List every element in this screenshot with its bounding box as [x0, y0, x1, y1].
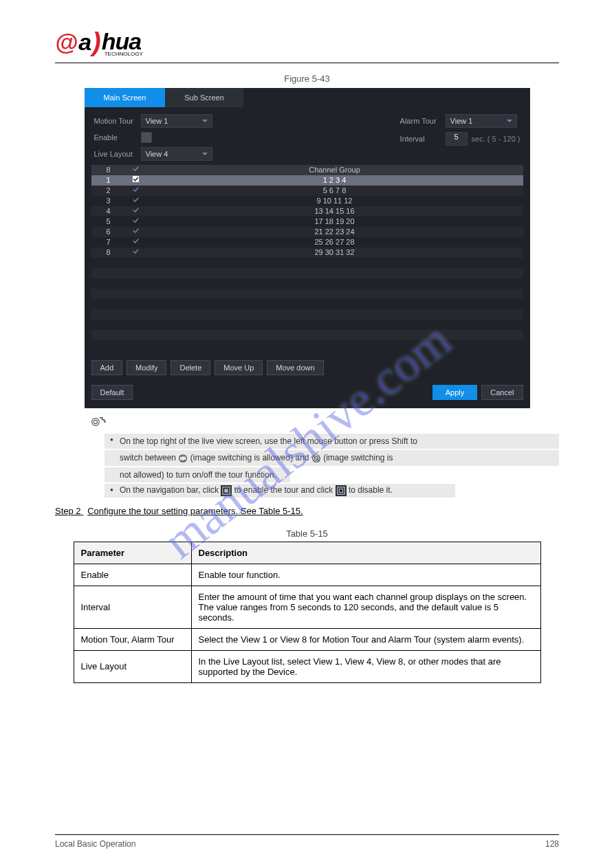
cancel-button[interactable]: Cancel — [481, 385, 523, 400]
motion-tour-label: Motion Tour — [94, 117, 137, 125]
brand-logo: @ a ) hua TECHNOLOGY — [55, 27, 559, 57]
row-checkbox[interactable] — [126, 237, 146, 247]
table-row[interactable]: 11 2 3 4 — [91, 175, 523, 186]
table-row[interactable]: 829 30 31 32 — [91, 247, 523, 258]
table-row[interactable]: 517 18 19 20 — [91, 216, 523, 227]
param-row: IntervalEnter the amount of time that yo… — [74, 586, 540, 628]
footer-section-name: Local Basic Operation — [55, 839, 135, 849]
row-checkbox[interactable] — [126, 175, 146, 186]
app-screenshot: Main Screen Sub Screen Motion Tour View … — [85, 88, 530, 408]
interval-label: Interval — [400, 135, 441, 143]
row-checkbox[interactable] — [126, 206, 146, 216]
parameter-table: Parameter Description EnableEnable tour … — [74, 542, 541, 683]
svg-rect-9 — [339, 489, 342, 492]
tab-main-screen[interactable]: Main Screen — [85, 88, 166, 107]
alarm-tour-select[interactable]: View 1 — [446, 114, 517, 128]
default-button[interactable]: Default — [91, 385, 133, 400]
enable-label: Enable — [94, 133, 137, 142]
switch-notallowed-icon — [311, 454, 321, 463]
interval-input[interactable]: 5 — [446, 132, 468, 146]
table-row[interactable]: 725 26 27 28 — [91, 237, 523, 247]
page-footer: Local Basic Operation 128 — [55, 834, 559, 849]
page-header: @ a ) hua TECHNOLOGY — [55, 27, 559, 63]
add-button[interactable]: Add — [91, 360, 123, 375]
action-button-row: Add Modify Delete Move Up Move down — [85, 356, 530, 379]
note-list: On the top right of the live view screen… — [105, 434, 559, 498]
enable-checkbox[interactable] — [141, 132, 152, 143]
table-row[interactable]: 39 10 11 12 — [91, 196, 523, 206]
table-row[interactable]: 413 14 15 16 — [91, 206, 523, 216]
apply-button[interactable]: Apply — [432, 385, 478, 400]
footer-page-number: 128 — [545, 839, 559, 849]
note-item: On the navigation bar, click to enable t… — [105, 484, 455, 498]
note-item: switch between (image switching is allow… — [105, 450, 559, 466]
table-header-group: Channel Group — [146, 165, 523, 175]
row-checkbox[interactable] — [126, 186, 146, 196]
param-row: Motion Tour, Alarm TourSelect the View 1… — [74, 628, 540, 650]
table-caption: Table 5-15 — [55, 528, 559, 539]
delete-button[interactable]: Delete — [171, 360, 210, 375]
svg-point-2 — [94, 420, 97, 423]
switch-allowed-icon — [178, 454, 188, 463]
moveup-button[interactable]: Move Up — [215, 360, 263, 375]
row-checkbox[interactable] — [126, 247, 146, 258]
tour-disable-icon — [336, 485, 347, 496]
live-layout-select[interactable]: View 4 — [141, 147, 212, 161]
alarm-tour-label: Alarm Tour — [400, 117, 441, 125]
motion-tour-select[interactable]: View 1 — [141, 114, 212, 128]
live-layout-label: Live Layout — [94, 150, 137, 158]
table-row[interactable]: 621 22 23 24 — [91, 227, 523, 237]
table-row[interactable]: 25 6 7 8 — [91, 186, 523, 196]
tab-row: Main Screen Sub Screen — [85, 88, 530, 107]
note-item: not allowed) to turn on/off the tour fun… — [105, 467, 290, 482]
param-row: Live LayoutIn the Live Layout list, sele… — [74, 650, 540, 682]
svg-rect-7 — [225, 489, 228, 492]
figure-caption: Figure 5-43 — [55, 74, 559, 84]
modify-button[interactable]: Modify — [127, 360, 166, 375]
channel-group-table: 8 Channel Group 11 2 3 425 6 7 839 10 11… — [85, 165, 530, 356]
param-header: Parameter — [74, 542, 191, 564]
row-checkbox[interactable] — [126, 196, 146, 206]
table-header-check[interactable] — [126, 165, 146, 175]
row-checkbox[interactable] — [126, 216, 146, 227]
tab-sub-screen[interactable]: Sub Screen — [165, 88, 243, 107]
svg-rect-8 — [337, 487, 344, 494]
svg-point-1 — [92, 418, 100, 425]
note-item: On the top right of the live view screen… — [105, 434, 559, 449]
interval-hint: sec. ( 5 - 120 ) — [472, 135, 520, 143]
param-row: EnableEnable tour function. — [74, 564, 540, 586]
movedown-button[interactable]: Move down — [267, 360, 323, 375]
note-icon — [91, 415, 109, 427]
step-line: Step 2 Configure the tour setting parame… — [55, 506, 559, 516]
row-checkbox[interactable] — [126, 227, 146, 237]
desc-header: Description — [191, 542, 540, 564]
tour-enable-icon — [221, 485, 232, 496]
table-header-count: 8 — [91, 165, 126, 175]
